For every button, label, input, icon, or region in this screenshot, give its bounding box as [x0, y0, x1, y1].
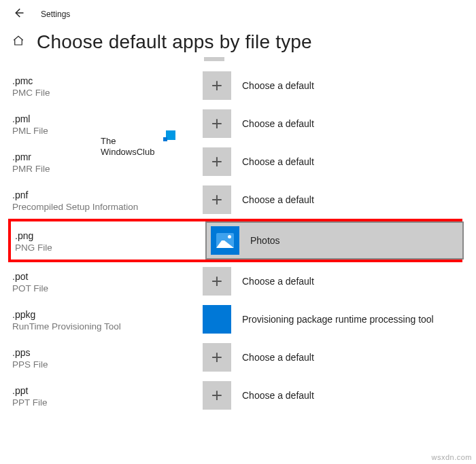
app-label: Choose a default	[242, 194, 314, 205]
file-extension-cell: .pptPPT File	[12, 380, 203, 412]
file-extension: .pmc	[12, 75, 203, 86]
file-extension: .ppt	[12, 385, 203, 396]
file-type-row: .pmlPML File+Choose a default	[12, 105, 476, 143]
choose-app-button[interactable]: +Choose a default	[203, 380, 314, 410]
file-extension-cell: .pmcPMC File	[12, 70, 203, 102]
watermark-text: The WindowsClub	[101, 136, 154, 158]
file-extension: .pml	[12, 113, 203, 124]
file-type-description: PMR File	[12, 164, 203, 174]
file-type-description: Precompiled Setup Information	[12, 202, 203, 212]
choose-app-button[interactable]: +Choose a default	[203, 71, 314, 101]
watermark-line1: The	[101, 136, 154, 147]
file-type-description: PPT File	[12, 397, 203, 408]
file-extension-cell: .potPOT File	[12, 266, 203, 298]
file-extension: .pnf	[12, 190, 203, 200]
plus-icon: +	[203, 71, 231, 100]
watermark-line2: WindowsClub	[101, 147, 154, 158]
file-type-list: .pmcPMC File+Choose a default.pmlPML Fil…	[0, 61, 476, 414]
plus-icon: +	[203, 267, 231, 296]
choose-app-button[interactable]: +Choose a default	[203, 342, 314, 372]
plus-icon: +	[203, 185, 231, 214]
topbar: Settings	[0, 0, 476, 22]
back-icon[interactable]	[12, 7, 24, 22]
file-extension: .pps	[12, 347, 203, 358]
file-type-row: .pptPPT File+Choose a default	[12, 376, 476, 414]
file-type-description: POT File	[12, 283, 203, 293]
photos-app-icon	[211, 226, 239, 255]
file-type-row: .pngPNG FilePhotos	[15, 221, 460, 260]
file-type-row: .ppsPPS File+Choose a default	[12, 338, 476, 376]
app-label: Choose a default	[242, 390, 314, 401]
choose-app-button[interactable]: +Choose a default	[203, 185, 314, 215]
watermark-logo-icon	[166, 130, 175, 140]
app-label: Choose a default	[242, 352, 314, 363]
plus-icon: +	[203, 381, 231, 410]
choose-app-button[interactable]: Photos	[205, 221, 464, 260]
file-type-row: .pnfPrecompiled Setup Information+Choose…	[12, 181, 476, 219]
plus-icon: +	[203, 343, 231, 372]
file-type-row: .ppkgRunTime Provisioning ToolProvisioni…	[12, 300, 476, 338]
file-type-description: PNG File	[15, 243, 205, 253]
app-label: Choose a default	[242, 156, 314, 167]
home-icon[interactable]	[12, 35, 24, 50]
file-type-description: PMC File	[12, 88, 203, 98]
heading-row: Choose default apps by file type	[0, 22, 476, 53]
file-extension-cell: .pnfPrecompiled Setup Information	[12, 184, 203, 216]
file-extension: .ppkg	[12, 309, 203, 320]
app-label: Choose a default	[242, 118, 314, 129]
choose-app-button[interactable]: +Choose a default	[203, 147, 314, 177]
app-label: Choose a default	[242, 80, 314, 91]
file-type-description: RunTime Provisioning Tool	[12, 321, 203, 332]
page-title: Choose default apps by file type	[37, 31, 312, 53]
plus-icon: +	[203, 109, 231, 138]
choose-app-button[interactable]: +Choose a default	[203, 109, 314, 139]
choose-app-button[interactable]: +Choose a default	[203, 266, 314, 296]
file-type-row: .potPOT File+Choose a default	[12, 262, 476, 300]
footer-watermark: wsxdn.com	[431, 453, 472, 461]
app-label: Provisioning package runtime processing …	[242, 314, 434, 325]
plus-icon: +	[203, 147, 231, 176]
file-type-row: .pmcPMC File+Choose a default	[12, 67, 476, 105]
choose-app-button[interactable]: Provisioning package runtime processing …	[203, 304, 434, 334]
file-extension: .png	[15, 230, 205, 241]
file-type-row: .pmrPMR File+Choose a default	[12, 143, 476, 181]
file-extension-cell: .ppsPPS File	[12, 342, 203, 374]
file-extension-cell: .pngPNG File	[15, 225, 205, 257]
file-extension-cell: .ppkgRunTime Provisioning Tool	[12, 304, 203, 336]
app-title: Settings	[41, 10, 70, 19]
file-type-description: PPS File	[12, 359, 203, 370]
highlighted-row: .pngPNG FilePhotos	[8, 219, 462, 262]
app-label: Choose a default	[242, 276, 314, 287]
file-extension: .pot	[12, 271, 203, 282]
provisioning-app-icon	[203, 305, 231, 334]
app-label: Photos	[250, 235, 280, 246]
